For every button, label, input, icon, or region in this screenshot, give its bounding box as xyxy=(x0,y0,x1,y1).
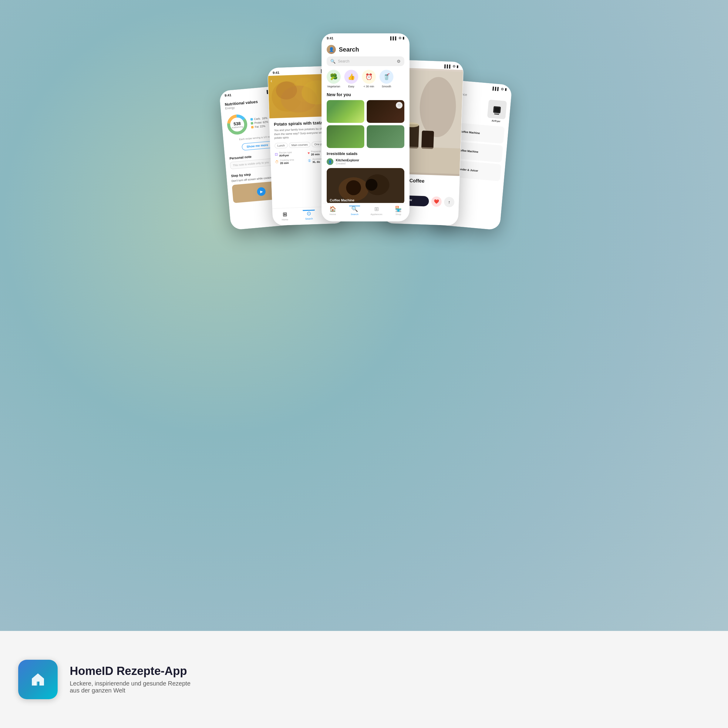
search-bar-wrap: 🔍 Search ⚙ xyxy=(322,57,327,70)
show-more-button[interactable]: Show me more xyxy=(242,141,273,151)
recipe-header-image: ‹ ♡ xyxy=(268,73,327,118)
legend: Carb. 16% Protei 62% Fat 22% xyxy=(250,116,268,129)
prep-value: 20 min xyxy=(311,153,321,156)
recipe-card-bowl[interactable] xyxy=(327,125,327,148)
coffee-big-card[interactable]: Coffee Machine xyxy=(327,168,327,205)
protein-percent: 62% xyxy=(263,121,268,124)
donut-center: 538 kcal/serving xyxy=(226,113,249,136)
screens-area: 9:41 ▌▌▌ ⊙ ▮ Nutritional values Energy xyxy=(0,0,327,231)
vegetarian-label: Vegetarian xyxy=(327,85,327,88)
carb-dot xyxy=(250,118,253,121)
protein-dot xyxy=(251,122,253,125)
recipe-type-icon: ⊡ xyxy=(275,152,278,156)
kcal-unit: kcal/serving xyxy=(232,125,243,128)
recipe-title: Potato spirals with tzatz xyxy=(274,119,327,127)
category-vegetarian[interactable]: 🥦 Vegetarian xyxy=(327,70,327,88)
coffee-card-bg: Coffee Machine xyxy=(327,168,327,205)
time-center: 9:41 xyxy=(327,37,327,40)
play-icon: ▶ xyxy=(260,189,263,194)
recipe1-avatar: 👤 xyxy=(327,158,327,165)
nav-home-mid[interactable]: ⊞ Home xyxy=(273,211,297,223)
donut-chart: 538 kcal/serving xyxy=(226,113,249,136)
search-bar[interactable]: 🔍 Search ⚙ xyxy=(327,57,327,66)
fat-label: Fat xyxy=(254,125,259,128)
phone-mid-left: 9:41 ▌▌▌ ⊙ ▮ ‹ ♡ xyxy=(267,66,327,226)
cook-info: Cooking time 20 min xyxy=(280,158,294,165)
vegetarian-circle: 🥦 xyxy=(327,70,327,84)
recipe-grid: ♡ xyxy=(322,100,327,148)
sbn-home[interactable]: 🏠 Home xyxy=(322,206,327,216)
category-row: 🥦 Vegetarian 👍 Easy ⏰ < 30 min 🥤 Smooth xyxy=(322,70,327,92)
user-avatar: 👤 xyxy=(327,45,327,54)
prep-info: Preparati 20 min xyxy=(311,150,321,156)
recipe-description: You and your family love potatoes bu of … xyxy=(274,126,327,140)
legend-fat: Fat 22% xyxy=(251,124,268,129)
search-screen: 👤 Search 🔍 Search ⚙ 🥦 Vegetarian xyxy=(322,41,327,222)
status-bar-center: 9:41 ▌▌▌ ⊙ ▮ xyxy=(322,34,327,41)
access-value: XL do xyxy=(312,160,322,164)
home-nav-label: Home xyxy=(282,218,289,221)
search-nav-label: Search xyxy=(305,217,313,220)
recipe1-author-row: 👤 KitchenExplorer Created xyxy=(327,157,327,166)
meta-cook: ⏱ Cooking time 20 min xyxy=(275,158,306,165)
prep-icon: ♥ xyxy=(307,151,310,155)
recipe-body: Potato spirals with tzatz You and your f… xyxy=(269,116,327,172)
search-bottom-nav: 🏠 Home 🔍 Search ⊞ Appliances 🏪 Shop xyxy=(322,203,327,221)
phone-center: 9:41 ▌▌▌ ⊙ ▮ 👤 Search 🔍 Search xyxy=(321,34,327,222)
fat-percent: 22% xyxy=(260,125,265,128)
cook-icon: ⏱ xyxy=(275,159,279,164)
recipe-type-value: Airfryer xyxy=(279,153,292,157)
recipe-type-info: Recipe type Airfryer xyxy=(279,151,292,157)
search-nav-icon: ⊙ xyxy=(306,210,311,217)
carb-percent: 16% xyxy=(262,116,268,120)
tag-row: Lunch Main courses One p xyxy=(275,141,327,148)
tag-main[interactable]: Main courses xyxy=(289,142,310,148)
fat-dot xyxy=(251,126,254,128)
carb-label: Carb. xyxy=(254,117,261,121)
time-left: 9:41 xyxy=(225,93,231,97)
time-mid-left: 9:41 xyxy=(273,70,279,74)
home-nav-icon: ⊞ xyxy=(282,211,287,218)
search-header: 👤 Search xyxy=(322,41,327,57)
recipe-meta: ⊡ Recipe type Airfryer ♥ Preparati 20 mi… xyxy=(275,149,327,165)
new-for-you-header: New for you xyxy=(322,92,327,100)
recipe1-title: Irresistible salads xyxy=(327,151,327,156)
cook-value: 20 min xyxy=(280,161,294,165)
svg-rect-7 xyxy=(327,168,327,204)
recipe-card-salad1[interactable] xyxy=(327,100,327,123)
play-circle: ▶ xyxy=(257,187,266,196)
access-info: Accesso XL do xyxy=(312,158,322,164)
recipe1-info: Irresistible salads 👤 KitchenExplorer Cr… xyxy=(322,151,327,168)
back-button[interactable]: ‹ xyxy=(271,78,272,84)
phone-screens-container: 9:41 ▌▌▌ ⊙ ▮ Nutritional values Energy xyxy=(228,9,327,222)
tag-lunch[interactable]: Lunch xyxy=(275,142,288,148)
meta-recipe-type: ⊡ Recipe type Airfryer xyxy=(275,150,306,158)
bottom-nav-mid: ⊞ Home ⊙ Search ⊟ Appliances xyxy=(273,206,327,225)
access-icon: ① xyxy=(308,159,311,163)
nav-search-mid[interactable]: ⊙ Search xyxy=(297,210,321,222)
recipe-type-label: Recipe type xyxy=(279,151,292,154)
access-label: Accesso xyxy=(312,158,322,161)
protein-label: Protei xyxy=(254,121,262,125)
